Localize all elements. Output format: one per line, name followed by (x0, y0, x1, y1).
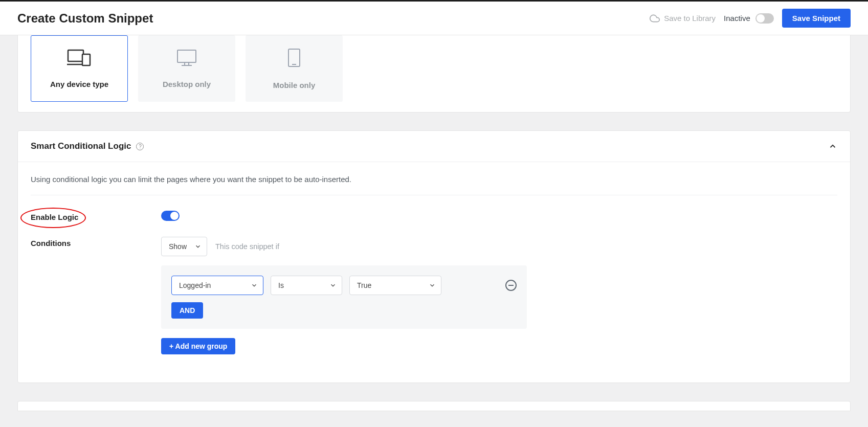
condition-operator-select[interactable]: Is (271, 276, 342, 295)
header-bar: Create Custom Snippet Save to Library In… (0, 0, 868, 35)
chevron-down-icon (194, 243, 202, 250)
condition-subject-select[interactable]: Logged-in (171, 276, 263, 295)
logic-section-title: Smart Conditional Logic (31, 141, 131, 151)
condition-row: Logged-in Is True (171, 276, 517, 295)
save-to-library[interactable]: Save to Library (650, 13, 716, 24)
svg-rect-2 (82, 54, 90, 65)
condition-value-select[interactable]: True (349, 276, 441, 295)
logic-description: Using conditional logic you can limit th… (31, 175, 837, 195)
show-hide-value: Show (169, 242, 187, 251)
condition-subject-value: Logged-in (179, 281, 211, 289)
header-actions: Save to Library Inactive Save Snippet (650, 9, 851, 28)
and-button[interactable]: AND (171, 302, 203, 319)
status-label: Inactive (724, 14, 750, 23)
condition-value-value: True (357, 281, 371, 289)
add-group-button[interactable]: + Add new group (161, 338, 235, 354)
page-title: Create Custom Snippet (17, 11, 153, 26)
chevron-down-icon (329, 282, 337, 289)
save-snippet-button[interactable]: Save Snippet (782, 9, 851, 28)
condition-operator-value: Is (278, 281, 284, 289)
enable-logic-label: Enable Logic (31, 213, 78, 221)
svg-rect-0 (68, 50, 83, 61)
device-card-any[interactable]: Any device type (31, 35, 128, 102)
save-library-label: Save to Library (664, 14, 716, 23)
device-type-panel: Any device type Desktop only Mobile only (17, 35, 851, 113)
device-card-desktop[interactable]: Desktop only (138, 35, 235, 102)
enable-logic-toggle[interactable] (161, 211, 180, 221)
status-toggle-wrap: Inactive (724, 13, 774, 24)
chevron-down-icon (429, 282, 436, 289)
conditional-logic-panel: Smart Conditional Logic ? Using conditio… (17, 130, 851, 383)
help-icon[interactable]: ? (136, 143, 144, 150)
svg-rect-7 (288, 49, 300, 66)
snippet-if-text: This code snippet if (215, 242, 279, 251)
device-mobile-label: Mobile only (273, 81, 316, 89)
chevron-up-icon[interactable] (828, 142, 837, 151)
conditions-label: Conditions (31, 237, 161, 248)
chevron-down-icon (251, 282, 258, 289)
svg-rect-3 (177, 50, 196, 62)
active-toggle[interactable] (755, 13, 774, 24)
mobile-icon (287, 48, 301, 68)
device-any-label: Any device type (50, 80, 108, 88)
remove-condition-button[interactable] (505, 280, 517, 291)
next-panel (17, 401, 851, 411)
devices-icon (67, 49, 92, 66)
device-card-mobile[interactable]: Mobile only (246, 35, 343, 102)
condition-group: Logged-in Is True (161, 265, 527, 329)
desktop-icon (174, 49, 199, 66)
logic-section-header[interactable]: Smart Conditional Logic ? (18, 131, 850, 162)
device-desktop-label: Desktop only (163, 80, 211, 88)
cloud-icon (650, 13, 660, 24)
show-hide-select[interactable]: Show (161, 237, 207, 256)
